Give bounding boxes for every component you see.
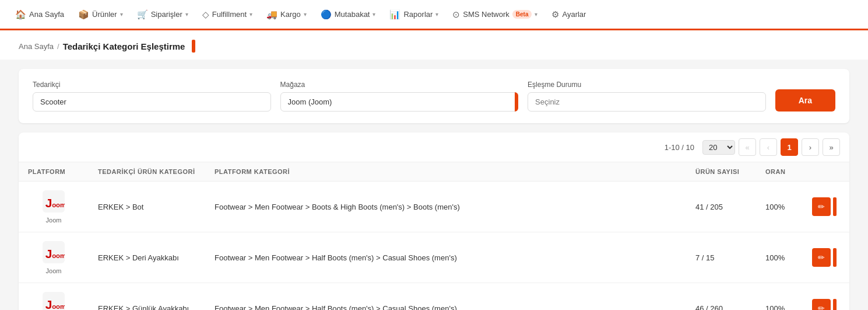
nav-raporlar[interactable]: 📊 Raporlar ▾: [384, 6, 444, 23]
search-button[interactable]: Ara: [775, 89, 835, 112]
gear-icon: ⚙: [551, 9, 559, 20]
nav-label: Siparişler: [151, 10, 182, 19]
supplier-filter-group: Tedarikçi: [33, 81, 271, 112]
nav-label: Ayarlar: [562, 10, 586, 19]
breadcrumb-accent-bar: [192, 40, 195, 53]
current-page-button[interactable]: 1: [781, 138, 798, 156]
nav-label: Ana Sayfa: [29, 10, 64, 19]
match-status-label: Eşleşme Durumu: [528, 81, 766, 89]
svg-text:J: J: [45, 196, 52, 210]
rate-cell: 100%: [756, 283, 803, 311]
store-input[interactable]: [280, 92, 519, 112]
store-filter-group: Mağaza: [280, 81, 519, 112]
chart-icon: 📊: [389, 9, 400, 20]
breadcrumb-home-link[interactable]: Ana Sayfa: [19, 42, 54, 51]
nav-sms-network[interactable]: ⊙ SMS Network Beta ▾: [447, 6, 543, 23]
diamond-icon: ◇: [202, 9, 209, 20]
rate-cell: 100%: [756, 232, 803, 283]
package-icon: 📦: [78, 9, 89, 20]
joom-logo-svg: J oom: [43, 190, 65, 213]
table-row: J oom Joom ERKEK > Deri AyakkabıFootwear…: [19, 232, 849, 283]
chevron-down-icon: ▾: [435, 11, 438, 18]
edit-button[interactable]: ✏: [812, 248, 831, 267]
nav-siparisler[interactable]: 🛒 Siparişler ▾: [131, 6, 194, 23]
table-row: J oom Joom ERKEK > Günlük AyakkabıFootwe…: [19, 283, 849, 311]
nav-ana-sayfa[interactable]: 🏠 Ana Sayfa: [9, 6, 70, 23]
supplier-label: Tedarikçi: [33, 81, 271, 89]
table-area: 1-10 / 10 20 50 100 « ‹ 1 › » PLATFORM T…: [19, 133, 849, 310]
home-icon: 🏠: [15, 9, 26, 20]
joom-logo-svg: J oom: [43, 292, 65, 310]
platform-category-cell: Footwear > Men Footwear > Half Boots (me…: [205, 232, 686, 283]
top-navigation: 🏠 Ana Sayfa 📦 Ürünler ▾ 🛒 Siparişler ▾ ◇…: [0, 0, 868, 30]
product-count-cell: 46 / 260: [686, 283, 756, 311]
platform-cell-content: J oom Joom: [28, 190, 79, 224]
platform-cell: J oom Joom: [19, 232, 89, 283]
chevron-down-icon: ▾: [249, 11, 252, 18]
nav-fulfillment[interactable]: ◇ Fulfillment ▾: [196, 6, 258, 23]
filter-row: Tedarikçi Mağaza Eşleşme Durumu Ara: [33, 81, 835, 112]
store-accent-bar: [515, 92, 518, 112]
actions-cell: ✏: [803, 182, 849, 232]
svg-text:oom: oom: [52, 201, 65, 208]
product-count-cell: 7 / 15: [686, 232, 756, 283]
platform-name: Joom: [46, 217, 62, 224]
breadcrumb: Ana Sayfa / Tedarikçi Kategori Eşleştirm…: [0, 30, 868, 60]
supplier-category-cell: ERKEK > Bot: [89, 182, 205, 232]
svg-text:oom: oom: [52, 252, 65, 259]
col-header-supplier-cat: TEDARİKÇİ ÜRÜN KATEGORİ: [89, 162, 205, 182]
platform-category-cell: Footwear > Men Footwear > Half Boots (me…: [205, 283, 686, 311]
platform-cell: J oom Joom: [19, 182, 89, 232]
action-buttons: ✏: [812, 299, 840, 310]
platform-cell: J oom Joom: [19, 283, 89, 311]
supplier-category-cell: ERKEK > Deri Ayakkabı: [89, 232, 205, 283]
last-page-button[interactable]: »: [823, 138, 840, 156]
next-page-button[interactable]: ›: [802, 138, 819, 156]
col-header-rate: ORAN: [756, 162, 803, 182]
col-header-platform-cat: PLATFORM KATEGORİ: [205, 162, 686, 182]
nav-urunler[interactable]: 📦 Ürünler ▾: [72, 6, 129, 23]
filter-card: Tedarikçi Mağaza Eşleşme Durumu Ara: [19, 69, 849, 123]
nav-ayarlar[interactable]: ⚙ Ayarlar: [546, 6, 592, 23]
nav-label: Fulfillment: [212, 10, 247, 19]
supplier-input[interactable]: [33, 92, 271, 112]
pagination-info: 1-10 / 10: [665, 143, 694, 152]
chevron-down-icon: ▾: [120, 11, 123, 18]
match-status-filter-group: Eşleşme Durumu: [528, 81, 766, 112]
breadcrumb-current-page: Tedarikçi Kategori Eşleştirme: [63, 41, 185, 51]
nav-label: Mutabakat: [335, 10, 370, 19]
row-accent-bar: [833, 248, 837, 267]
joom-logo: J oom: [42, 291, 65, 310]
action-buttons: ✏: [812, 248, 840, 267]
platform-name: Joom: [46, 267, 62, 274]
table-row: J oom Joom ERKEK > BotFootwear > Men Foo…: [19, 182, 849, 232]
action-buttons: ✏: [812, 197, 840, 216]
chevron-down-icon: ▾: [185, 11, 188, 18]
actions-cell: ✏: [803, 232, 849, 283]
nav-kargo[interactable]: 🚚 Kargo ▾: [261, 6, 312, 23]
platform-cell-content: J oom Joom: [28, 241, 79, 274]
platform-category-cell: Footwear > Men Footwear > Boots & High B…: [205, 182, 686, 232]
col-header-count: ÜRÜN SAYISI: [686, 162, 756, 182]
svg-text:J: J: [45, 298, 52, 311]
nav-label: Kargo: [280, 10, 301, 19]
main-content: Tedarikçi Mağaza Eşleşme Durumu Ara 1-10…: [0, 60, 868, 310]
edit-button[interactable]: ✏: [812, 299, 831, 310]
edit-button[interactable]: ✏: [812, 197, 831, 216]
category-table: PLATFORM TEDARİKÇİ ÜRÜN KATEGORİ PLATFOR…: [19, 162, 849, 310]
nav-mutabakat[interactable]: 🔵 Mutabakat ▾: [315, 6, 382, 23]
nav-label: SMS Network: [463, 10, 509, 19]
product-count-cell: 41 / 205: [686, 182, 756, 232]
row-accent-bar: [833, 299, 837, 310]
chevron-down-icon: ▾: [304, 11, 307, 18]
col-header-actions: [803, 162, 849, 182]
svg-text:J: J: [45, 247, 52, 260]
svg-text:oom: oom: [52, 303, 65, 310]
row-accent-bar: [833, 197, 837, 216]
nav-label: Raporlar: [403, 10, 433, 19]
per-page-select[interactable]: 20 50 100: [702, 140, 735, 155]
cart-icon: 🛒: [137, 9, 148, 20]
first-page-button[interactable]: «: [739, 138, 756, 156]
prev-page-button[interactable]: ‹: [760, 138, 777, 156]
match-status-input[interactable]: [528, 92, 766, 112]
